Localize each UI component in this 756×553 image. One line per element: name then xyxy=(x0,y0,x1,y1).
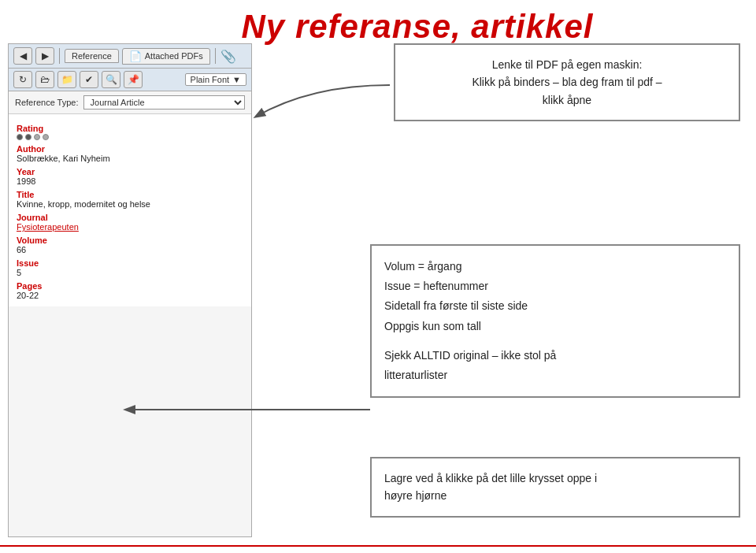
vol-line2: Issue = heftenummer xyxy=(384,276,726,296)
volume-label: Volume xyxy=(17,236,243,245)
vol-line5-wrapper: Sjekk ALLTID original – ikke stol på xyxy=(384,346,726,366)
page-title: Ny referanse, artikkel xyxy=(79,8,756,46)
back-button[interactable]: ◀ xyxy=(13,47,32,65)
year-value: 1998 xyxy=(17,176,243,186)
issue-label: Issue xyxy=(17,258,243,268)
bottom-line xyxy=(0,545,756,547)
arrow-volume xyxy=(102,386,386,433)
toolbar-row1: ◀ ▶ Reference 📄 Attached PDFs 📎 xyxy=(9,44,251,69)
pages-value: 20-22 xyxy=(17,291,243,300)
ref-type-select[interactable]: Journal Article xyxy=(83,95,245,109)
search-button[interactable]: 🔍 xyxy=(102,71,120,88)
pdf-icon: 📄 xyxy=(129,50,142,62)
author-value: Solbrække, Kari Nyheim xyxy=(17,154,243,163)
rating-label: Rating xyxy=(17,124,243,133)
dot-4 xyxy=(43,134,49,140)
forward-button[interactable]: ▶ xyxy=(35,47,54,65)
journal-label: Journal xyxy=(17,213,243,222)
folder2-button[interactable]: 📁 xyxy=(57,71,76,88)
vol-line1: Volum = årgang xyxy=(384,257,726,276)
toolbar-row2: ↻ 🗁 📁 ✔ 🔍 📌 Plain Font ▼ xyxy=(9,69,251,91)
pdf-tab[interactable]: 📄 Attached PDFs xyxy=(122,48,210,65)
endnote-panel: ◀ ▶ Reference 📄 Attached PDFs 📎 ↻ 🗁 📁 ✔ … xyxy=(8,43,252,537)
vol-line6: litteraturlister xyxy=(384,366,726,385)
volume-value: 66 xyxy=(17,245,243,254)
save-line1: Lagre ved å klikke på det lille krysset … xyxy=(384,469,726,487)
reference-tab[interactable]: Reference xyxy=(65,49,119,63)
divider1 xyxy=(59,48,60,64)
refresh-button[interactable]: ↻ xyxy=(13,71,32,88)
vol-line5: Sjekk ALLTID original – ikke stol på xyxy=(384,349,556,362)
dot-1 xyxy=(17,134,23,140)
dot-3 xyxy=(34,134,40,140)
pin-button[interactable]: 📌 xyxy=(124,71,143,88)
ref-type-row: Reference Type: Journal Article xyxy=(9,91,251,114)
pdf-line3: klikk åpne xyxy=(408,91,726,109)
check-button[interactable]: ✔ xyxy=(80,71,98,88)
save-info-box: Lagre ved å klikke på det lille krysset … xyxy=(370,457,740,518)
arrow-pdf xyxy=(232,69,406,148)
reference-tab-label: Reference xyxy=(72,51,112,61)
volume-info-box: Volum = årgang Issue = heftenummer Sidet… xyxy=(370,244,740,398)
fields-area: Rating Author Solbrække, Kari Nyheim Yea… xyxy=(9,114,251,306)
year-label: Year xyxy=(17,167,243,176)
pdf-line2: Klikk på binders – bla deg fram til pdf … xyxy=(408,73,726,91)
vol-line4: Oppgis kun som tall xyxy=(384,317,726,336)
journal-value[interactable]: Fysioterapeuten xyxy=(17,222,243,232)
ref-type-label: Reference Type: xyxy=(15,98,79,107)
author-label: Author xyxy=(17,144,243,154)
divider2 xyxy=(215,48,216,64)
pdf-info-box: Lenke til PDF på egen maskin: Klikk på b… xyxy=(394,43,740,121)
title-label: Title xyxy=(17,190,243,199)
folder-button[interactable]: 🗁 xyxy=(35,71,54,88)
pdf-line1: Lenke til PDF på egen maskin: xyxy=(408,56,726,73)
dot-2 xyxy=(25,134,32,140)
title-value: Kvinne, kropp, modernitet og helse xyxy=(17,199,243,209)
issue-value: 5 xyxy=(17,268,243,277)
save-line2: høyre hjørne xyxy=(384,487,726,504)
pages-label: Pages xyxy=(17,281,243,291)
paperclip-button[interactable]: 📎 xyxy=(220,49,236,64)
font-label: Plain Font xyxy=(191,75,230,84)
pdf-tab-label: Attached PDFs xyxy=(145,51,203,61)
vol-line3: Sidetall fra første til siste side xyxy=(384,296,726,316)
rating-dots xyxy=(17,134,243,140)
